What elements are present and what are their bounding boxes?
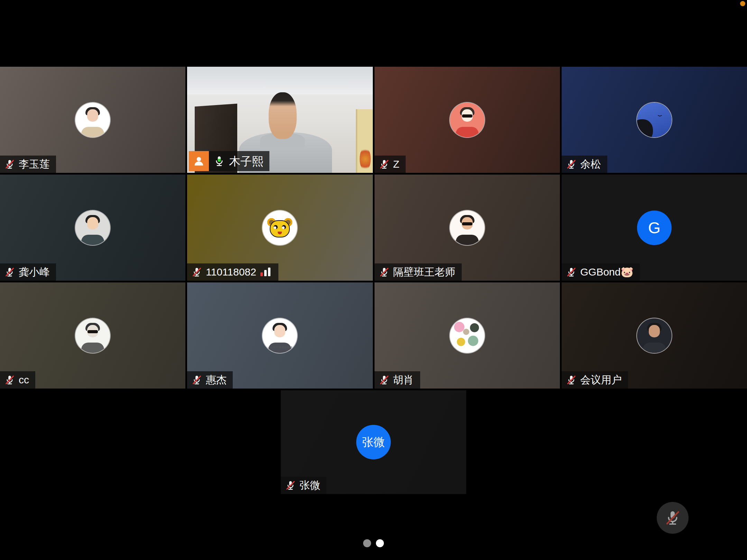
person-silhouette [637, 119, 653, 137]
participant-name: 惠杰 [206, 375, 227, 385]
name-badge-row: 木子熙 [189, 151, 269, 171]
mic-muted-icon [566, 159, 577, 170]
mic-muted-icon [379, 374, 390, 385]
pagination-dot[interactable] [363, 539, 371, 547]
name-chip: 110118082 [187, 263, 278, 281]
mic-muted-icon [664, 509, 682, 527]
mic-muted-icon [4, 159, 15, 170]
avatar [450, 211, 485, 245]
name-badge-row: Z [375, 156, 406, 173]
collage-blob [468, 336, 478, 346]
avatar [637, 318, 672, 353]
wall-decoration [360, 147, 371, 171]
name-badge-row: GGBond🐷 [562, 263, 640, 281]
avatar-shoulders [81, 235, 104, 245]
name-chip: 张微 [281, 477, 326, 494]
participant-tile[interactable]: 一个干干净净的男孩 [187, 282, 372, 389]
participant-tile[interactable]: cc [0, 282, 185, 389]
avatar [262, 211, 297, 245]
participant-name: 隔壁班王老师 [393, 267, 455, 277]
avatar [637, 103, 672, 137]
host-badge [189, 151, 209, 171]
sunglasses [87, 330, 98, 333]
sunglasses [462, 222, 472, 225]
participant-name: 会议用户 [580, 375, 622, 385]
name-chip: GGBond🐷 [562, 263, 640, 281]
avatar [450, 318, 485, 353]
participant-tile[interactable]: 龚小峰 [0, 175, 185, 281]
name-chip: 隔壁班王老师 [375, 263, 462, 281]
participant-tile[interactable]: 李玉莲 [0, 67, 185, 173]
collage-blob [457, 338, 465, 346]
name-chip: 木子熙 [209, 151, 269, 171]
participant-tile[interactable]: G [562, 175, 747, 281]
avatar [75, 103, 110, 137]
name-badge-row: 龚小峰 [0, 263, 56, 281]
mic-muted-icon [4, 267, 15, 278]
participant-name: 李玉莲 [19, 159, 50, 169]
participant-tile[interactable]: Z [375, 67, 560, 173]
participant-tile[interactable]: 会议用户 [562, 282, 747, 389]
name-badge-row: 会议用户 [562, 371, 628, 389]
avatar-shoulders [643, 343, 666, 353]
network-signal-icon [260, 267, 272, 278]
avatar [75, 211, 110, 245]
avatar: 张微 [356, 425, 391, 459]
mic-active-icon [213, 155, 225, 167]
tiger-eye [274, 225, 278, 229]
mute-button[interactable] [657, 502, 689, 534]
tiger-eye [282, 225, 286, 229]
name-chip: cc [0, 371, 35, 389]
participant-name: 木子熙 [229, 156, 263, 167]
avatar-face [87, 217, 98, 230]
name-badge-row: cc [0, 371, 35, 389]
participant-name: cc [19, 375, 29, 385]
tiger-face [270, 220, 290, 237]
avatar-shoulders [81, 127, 104, 137]
participant-name: 余松 [580, 159, 601, 169]
name-chip: 李玉莲 [0, 156, 56, 173]
avatar [450, 103, 485, 137]
avatar-shoulders [456, 127, 479, 137]
name-badge-row: 胡肖 [375, 371, 420, 389]
ceiling [187, 67, 372, 94]
participant-tile[interactable]: 110118082 [187, 175, 372, 281]
participant-name: GGBond🐷 [580, 267, 634, 277]
participant-name: Z [393, 159, 399, 169]
avatar-face [274, 325, 285, 337]
avatar: 一个干干净净的男孩 [262, 318, 297, 353]
meeting-stage: 李玉莲 [0, 0, 747, 560]
mic-muted-icon [191, 267, 202, 278]
participant-tile[interactable]: 隔壁班王老师 [375, 175, 560, 281]
mic-muted-icon [285, 480, 296, 491]
mic-muted-icon [379, 267, 390, 278]
avatar-initial: G [648, 218, 661, 237]
name-badge-row: 李玉莲 [0, 156, 56, 173]
participant-name: 胡肖 [393, 375, 414, 385]
participant-tile[interactable]: 张微 [281, 390, 466, 494]
participant-tile[interactable]: 胡肖 [375, 282, 560, 389]
tiger-mouth [278, 232, 282, 234]
avatar [75, 318, 110, 353]
avatar-face [649, 325, 660, 337]
participant-tile[interactable]: 木子熙 [187, 67, 372, 173]
avatar-shoulders [456, 235, 479, 245]
participant-tile[interactable]: 余松 [562, 67, 747, 173]
name-badge-row: 惠杰 [187, 371, 233, 389]
collage-blob [463, 329, 469, 335]
mic-muted-icon [566, 267, 577, 278]
collage-blob [470, 323, 479, 332]
avatar-face [87, 109, 98, 122]
notification-dot [740, 1, 745, 6]
name-chip: 胡肖 [375, 371, 420, 389]
bird-silhouette [658, 114, 662, 117]
name-badge-row: 隔壁班王老师 [375, 263, 462, 281]
speaker-head [269, 92, 296, 139]
participant-name: 张微 [299, 480, 320, 491]
pagination-dot-active[interactable] [376, 539, 384, 547]
pagination-dots [0, 539, 747, 547]
participant-grid-center-row: 张微 [281, 390, 466, 494]
avatar-caption: 一个干干净净的男孩 [262, 346, 297, 349]
name-chip: 龚小峰 [0, 263, 56, 281]
participant-name: 110118082 [206, 267, 256, 277]
